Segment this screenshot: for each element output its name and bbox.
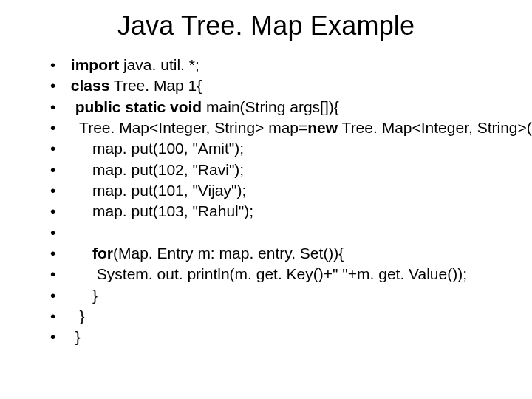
code-line: Tree. Map<Integer, String> map=new Tree.…: [50, 117, 502, 138]
code-text: [66, 98, 75, 115]
slide: Java Tree. Map Example import java. util…: [0, 0, 532, 399]
code-text: [66, 245, 92, 262]
code-text: map. put(103, "Rahul");: [66, 202, 253, 219]
code-text: }: [66, 328, 81, 345]
code-text: map. put(102, "Ravi");: [66, 161, 244, 178]
code-line: System. out. println(m. get. Key()+" "+m…: [50, 264, 502, 284]
code-line: map. put(101, "Vijay");: [50, 180, 502, 201]
code-line: import java. util. *;: [50, 55, 502, 75]
code-text: [66, 224, 71, 241]
code-line: public static void main(String args[]){: [50, 97, 502, 117]
code-keyword: new: [307, 119, 338, 136]
code-line: class Tree. Map 1{: [50, 75, 502, 96]
code-line: [50, 222, 502, 243]
code-text: map. put(101, "Vijay");: [66, 182, 246, 199]
code-text: Tree. Map<Integer, String>();: [338, 119, 532, 136]
code-text: (Map. Entry m: map. entry. Set()){: [113, 245, 344, 262]
code-line: for(Map. Entry m: map. entry. Set()){: [50, 243, 502, 264]
code-list: import java. util. *; class Tree. Map 1{…: [30, 55, 502, 348]
code-line: map. put(100, "Amit");: [50, 138, 502, 159]
slide-title: Java Tree. Map Example: [30, 10, 502, 41]
code-text: java. util. *;: [119, 56, 200, 73]
code-keyword: class: [71, 77, 110, 94]
code-keyword: public static void: [75, 98, 202, 115]
code-line: }: [50, 285, 502, 306]
code-keyword: import: [71, 56, 119, 73]
code-text: System. out. println(m. get. Key()+" "+m…: [66, 265, 467, 282]
code-text: map. put(100, "Amit");: [66, 140, 244, 157]
code-line: map. put(103, "Rahul");: [50, 201, 502, 222]
code-line: }: [50, 327, 502, 347]
code-keyword: for: [92, 245, 113, 262]
code-text: Tree. Map<Integer, String> map=: [66, 119, 307, 136]
code-line: }: [50, 306, 502, 327]
code-line: map. put(102, "Ravi");: [50, 160, 502, 180]
code-text: main(String args[]){: [202, 98, 339, 115]
code-text: }: [66, 307, 85, 324]
code-text: }: [66, 287, 98, 304]
code-text: Tree. Map 1{: [109, 77, 202, 94]
